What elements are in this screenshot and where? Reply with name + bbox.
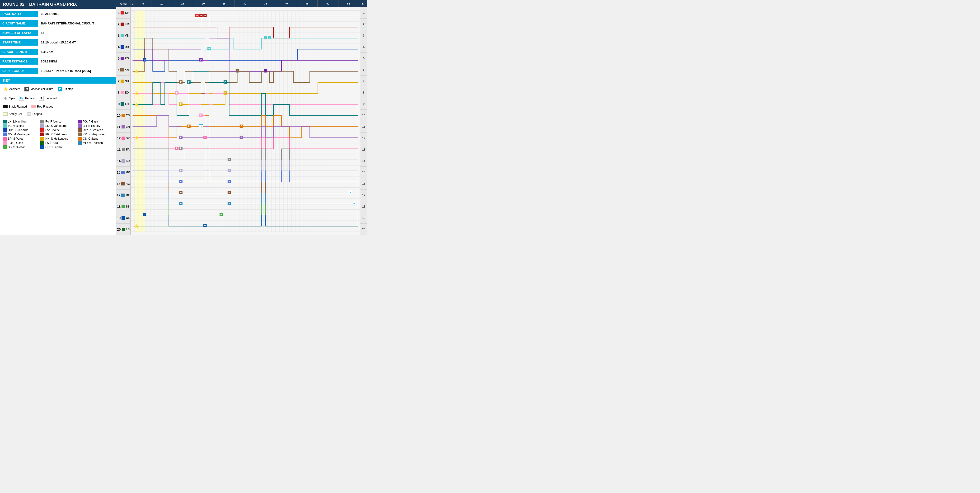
driver-abbr-KM: KM bbox=[125, 68, 129, 72]
dr-label: DR: D Ricciardo bbox=[8, 128, 28, 132]
driver-key-cl: CL: C Leclerc bbox=[40, 145, 76, 149]
cs-label: CS: C Sainz bbox=[83, 137, 98, 140]
driver-key-vb: VB: V Bottas bbox=[3, 124, 38, 128]
final-pos-20: 20 bbox=[360, 224, 367, 235]
pit-label: P bbox=[180, 191, 181, 194]
pit-label: P bbox=[265, 70, 266, 72]
driver-key-cs: CS: C Sainz bbox=[78, 137, 113, 140]
dr-color bbox=[3, 128, 6, 132]
chart-grid-area: PPPPPPPPPPPPPPPPPPPPPPPPPPPPPPPPPP⭐⭐⭐⭐⭐M… bbox=[130, 7, 360, 235]
driver-key-eo: EO: E Ocon bbox=[3, 141, 38, 145]
pit-label: P bbox=[180, 103, 181, 105]
driver-dot-EO bbox=[121, 91, 124, 94]
grid-pos-11: 11 bbox=[117, 125, 121, 129]
kr-label: KR: K Raikkonen bbox=[45, 133, 67, 136]
driver-abbr-FA: FA bbox=[126, 148, 130, 151]
lap-header-40: 40 bbox=[276, 0, 296, 7]
grid-pos-9: 9 bbox=[118, 102, 120, 106]
mv-label: MV: M Verstappen bbox=[8, 133, 31, 136]
driver-dot-BH bbox=[121, 125, 125, 128]
pit-label: P bbox=[241, 136, 242, 139]
race-distance-label: RACE DISTANCE: bbox=[0, 58, 38, 65]
ss-label: SS: S Sirotkin bbox=[8, 145, 25, 149]
round-label: ROUND 02 bbox=[3, 2, 24, 7]
lh-label: LH: L Hamilton bbox=[8, 120, 27, 123]
left-panel: ROUND 02 BAHRAIN GRAND PRIX RACE DATE: 0… bbox=[0, 0, 116, 235]
key-icons-row1: ⭐ Accident M Mechanical failure P Pit st… bbox=[2, 86, 115, 93]
pit-label: P bbox=[208, 48, 210, 50]
lap-header-1: 1 bbox=[130, 0, 135, 7]
pit-label: P bbox=[229, 158, 230, 161]
driver-dot-PG bbox=[121, 57, 124, 60]
fa-color bbox=[40, 120, 44, 123]
grid-pos-10: 10 bbox=[117, 113, 121, 117]
pit-label: P bbox=[200, 14, 202, 17]
driver-key-lh: LH: L Hamilton bbox=[3, 120, 38, 123]
final-pos-14: 14 bbox=[360, 155, 367, 167]
driver-abbr-DR: DR bbox=[125, 45, 129, 49]
lapped-icon bbox=[27, 112, 31, 116]
key-pit: P Pit stop bbox=[58, 86, 73, 92]
circuit-name-label: CIRCUIT NAME: bbox=[0, 20, 38, 27]
key-mechanical: M Mechanical failure bbox=[24, 86, 53, 92]
driver-dot-SV bbox=[121, 11, 124, 14]
svg-rect-78 bbox=[135, 10, 145, 231]
lap-header-5: 5 bbox=[135, 0, 151, 7]
driver-dot-FA bbox=[122, 148, 125, 151]
driver-dot-MV bbox=[121, 171, 125, 174]
driver-key-sd: SD: S Vandoorne bbox=[40, 124, 76, 128]
accident-label: Accident bbox=[9, 88, 20, 91]
cs-color bbox=[78, 137, 82, 140]
driver-dot-ME bbox=[121, 193, 125, 197]
me-label: ME: M Ericsson bbox=[83, 141, 103, 145]
safety-car-icon bbox=[3, 112, 8, 116]
lap-header-57: 57 bbox=[359, 0, 367, 7]
lap-header-15: 15 bbox=[172, 0, 193, 7]
vb-color bbox=[3, 124, 6, 128]
safety-car-label: Safety Car bbox=[9, 112, 22, 116]
pit-icon: P bbox=[58, 87, 62, 91]
driver-dot-CL bbox=[121, 216, 125, 220]
penalty-label: Pe bbox=[353, 203, 355, 205]
key-accident: ⭐ Accident bbox=[3, 86, 20, 92]
driver-abbr-SP: SP bbox=[126, 137, 130, 140]
lap-header-55: 55 bbox=[338, 0, 359, 7]
pg-label: PG: P Gasly bbox=[83, 120, 99, 123]
circuit-length-row: CIRCUIT LENGTH: 5.412KM bbox=[0, 47, 116, 56]
circuit-length-value: 5.412KM bbox=[38, 49, 56, 55]
mv-color bbox=[3, 132, 6, 136]
final-pos-12: 12 bbox=[360, 132, 367, 144]
driver-abbr-KR: KR bbox=[125, 22, 129, 26]
driver-abbr-RG: RG bbox=[126, 182, 130, 185]
ss-color bbox=[3, 145, 6, 149]
mechanical-label: Mechanical failure bbox=[30, 88, 53, 91]
circuit-name-row: CIRCUIT NAME: BAHRAIN INTERNATIONAL CIRC… bbox=[0, 19, 116, 28]
driver-abbr-BH: BH bbox=[126, 125, 130, 128]
sv-color bbox=[40, 128, 44, 132]
driver-dot-NH bbox=[121, 80, 124, 83]
final-pos-18: 18 bbox=[360, 201, 367, 212]
driver-key-nh: NH: N Hulkenberg bbox=[40, 137, 76, 140]
race-date-row: RACE DATE: 08 APR 2018 bbox=[0, 9, 116, 18]
penalty-label: Pe bbox=[200, 125, 202, 127]
pit-label: P bbox=[265, 37, 266, 39]
driver-abbr-SD: SD bbox=[126, 160, 130, 163]
penalty-label: Penalty bbox=[25, 97, 35, 100]
race-distance-row: RACE DISTANCE: 308.238KM bbox=[0, 57, 116, 66]
pit-label: P bbox=[229, 169, 230, 171]
grid-row-14: 14SD bbox=[116, 155, 130, 167]
km-color bbox=[78, 132, 82, 136]
grid-pos-19: 19 bbox=[117, 216, 121, 220]
lap-header-25: 25 bbox=[213, 0, 234, 7]
num-laps-row: NUMBER OF LAPS: 57 bbox=[0, 28, 116, 37]
grid-row-15: 15MV bbox=[116, 167, 130, 178]
grid-pos-8: 8 bbox=[118, 91, 119, 94]
right-panel: Grid 151015202530354045505557 1SV2KR3VB4… bbox=[116, 0, 367, 235]
race-distance-value: 308.238KM bbox=[38, 58, 60, 65]
num-laps-value: 57 bbox=[38, 30, 47, 36]
grid-row-6: 6KM bbox=[116, 64, 130, 75]
grid-row-1: 1SV bbox=[116, 7, 130, 19]
grid-row-2: 2KR bbox=[116, 19, 130, 30]
lap-header-35: 35 bbox=[255, 0, 276, 7]
pit-label: P bbox=[224, 81, 226, 83]
